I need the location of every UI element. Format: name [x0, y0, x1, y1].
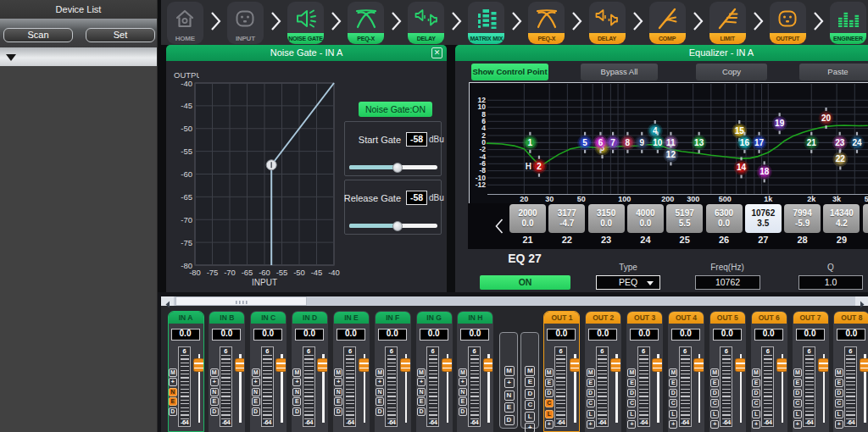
channel-button-e[interactable]: E: [793, 379, 802, 387]
channel-button-d[interactable]: D: [292, 407, 301, 416]
channel-button-m[interactable]: M: [710, 368, 719, 377]
channel-button-l[interactable]: L: [545, 410, 554, 418]
channel-button-m[interactable]: M: [376, 368, 384, 377]
channel-button-plus[interactable]: +: [835, 420, 843, 429]
channel-button-e[interactable]: E: [210, 397, 219, 406]
channel-button-c[interactable]: C: [752, 399, 760, 407]
channel-button-m[interactable]: M: [334, 368, 342, 377]
channel-button-d[interactable]: D: [376, 407, 384, 416]
master-button-n[interactable]: N: [504, 390, 515, 401]
channel-gain-value[interactable]: 0.0: [754, 329, 783, 341]
channel-button-d[interactable]: D: [417, 407, 426, 416]
channel-tab[interactable]: IN A: [169, 312, 203, 324]
fader-handle[interactable]: [235, 358, 246, 372]
channel-button-c[interactable]: C: [835, 399, 843, 407]
channel-gain-value[interactable]: 0.0: [837, 329, 865, 341]
close-icon[interactable]: ✕: [431, 47, 442, 58]
toolbar-item-home[interactable]: HOME: [167, 2, 203, 44]
channel-gain-value[interactable]: 0.0: [337, 329, 365, 341]
channel-button-n[interactable]: N: [334, 388, 342, 396]
channel-button-m[interactable]: M: [252, 368, 260, 377]
channel-tab[interactable]: IN E: [334, 312, 369, 324]
channel-gain-value[interactable]: 0.0: [212, 329, 241, 341]
channel-button-m[interactable]: M: [417, 368, 426, 377]
master-button-e[interactable]: E: [504, 402, 515, 413]
channel-gain-value[interactable]: 0.0: [460, 329, 489, 341]
toolbar-item-engineer[interactable]: ENGINEER: [830, 2, 866, 44]
channel-button-e[interactable]: E: [334, 397, 342, 406]
toolbar-item-matrix-mix[interactable]: MATRIX MIX: [468, 2, 504, 44]
channel-button-d[interactable]: D: [793, 389, 802, 397]
channel-button-c[interactable]: C: [587, 399, 595, 407]
channel-button-c[interactable]: C: [710, 399, 719, 407]
master-button-l[interactable]: L: [525, 412, 535, 422]
channel-button-m[interactable]: M: [793, 368, 802, 377]
show-control-point-button[interactable]: Show Control Point: [471, 64, 548, 80]
channel-tab[interactable]: IN C: [251, 312, 286, 324]
release-gate-value[interactable]: -58: [406, 191, 427, 205]
fader-handle[interactable]: [275, 358, 287, 372]
channel-button-d[interactable]: D: [627, 389, 636, 397]
eq-point-2[interactable]: H2: [526, 156, 547, 177]
channel-button-m[interactable]: M: [587, 368, 595, 377]
channel-tab[interactable]: OUT 3: [627, 312, 662, 324]
channel-button-plus[interactable]: +: [210, 378, 219, 386]
scrollbar-right-arrow[interactable]: [855, 296, 868, 306]
slider-handle[interactable]: [392, 163, 403, 173]
channel-button-d[interactable]: D: [210, 407, 219, 416]
bypass-all-button[interactable]: Bypass All: [581, 64, 658, 80]
channel-tab[interactable]: OUT 2: [586, 312, 620, 324]
toolbar-item-comp[interactable]: COMP: [649, 2, 686, 44]
master-button-plus[interactable]: +: [525, 423, 535, 432]
channel-button-e[interactable]: E: [459, 397, 467, 406]
channel-button-e[interactable]: E: [169, 397, 177, 406]
slider-handle[interactable]: [392, 221, 403, 231]
master-button-c[interactable]: C: [525, 400, 535, 410]
channel-button-plus[interactable]: +: [793, 420, 802, 429]
channel-button-e[interactable]: E: [627, 379, 636, 387]
channel-button-plus[interactable]: +: [669, 420, 677, 429]
master-button-e[interactable]: E: [525, 377, 535, 387]
channel-button-plus[interactable]: +: [252, 378, 260, 386]
channel-button-d[interactable]: D: [252, 407, 260, 416]
channel-button-d[interactable]: D: [669, 389, 677, 397]
channel-button-d[interactable]: D: [169, 407, 177, 416]
channel-button-plus[interactable]: +: [292, 378, 301, 386]
fader-handle[interactable]: [776, 358, 787, 372]
type-dropdown[interactable]: PEQ: [596, 275, 660, 290]
channel-tab[interactable]: OUT 5: [710, 312, 745, 324]
fader-handle[interactable]: [359, 358, 370, 372]
channel-gain-value[interactable]: 0.0: [630, 329, 659, 341]
master-button-m[interactable]: M: [525, 366, 535, 376]
toolbar-item-limit[interactable]: LIMIT: [709, 2, 746, 44]
noise-gate-power-button[interactable]: Noise Gate:ON: [359, 102, 432, 117]
channel-button-e[interactable]: E: [752, 379, 760, 387]
channel-button-n[interactable]: N: [210, 388, 219, 396]
channel-tab[interactable]: OUT 7: [793, 312, 828, 324]
channel-button-m[interactable]: M: [752, 368, 760, 377]
fader-handle[interactable]: [400, 358, 411, 372]
channel-gain-value[interactable]: 0.0: [253, 329, 282, 341]
eq-point-19[interactable]: 19: [772, 113, 787, 134]
channel-tab[interactable]: IN H: [458, 312, 492, 324]
channel-tab[interactable]: IN G: [417, 312, 452, 324]
eq-band-27[interactable]: 107623.5: [745, 204, 782, 233]
q-input[interactable]: 1.0: [798, 275, 863, 290]
channel-tab[interactable]: IN D: [292, 312, 327, 324]
channel-button-d[interactable]: D: [334, 407, 342, 416]
toolbar-item-peq-x[interactable]: PEQ-X: [348, 2, 384, 44]
paste-button[interactable]: Paste: [799, 64, 868, 80]
channel-button-plus[interactable]: +: [459, 378, 467, 386]
channel-button-l[interactable]: L: [627, 410, 636, 418]
channel-button-n[interactable]: N: [292, 388, 301, 396]
channel-button-c[interactable]: C: [627, 399, 636, 407]
scan-button[interactable]: Scan: [3, 28, 73, 42]
toolbar-item-delay[interactable]: DELAY: [408, 2, 444, 44]
channel-button-d[interactable]: D: [835, 389, 843, 397]
toolbar-item-noise-gate[interactable]: NOISE GATE: [287, 2, 324, 44]
channel-button-e[interactable]: E: [835, 379, 843, 387]
channel-button-plus[interactable]: +: [627, 420, 636, 429]
fader-handle[interactable]: [483, 358, 494, 372]
channel-button-plus[interactable]: +: [376, 378, 384, 386]
eq-on-button[interactable]: ON: [480, 275, 570, 290]
